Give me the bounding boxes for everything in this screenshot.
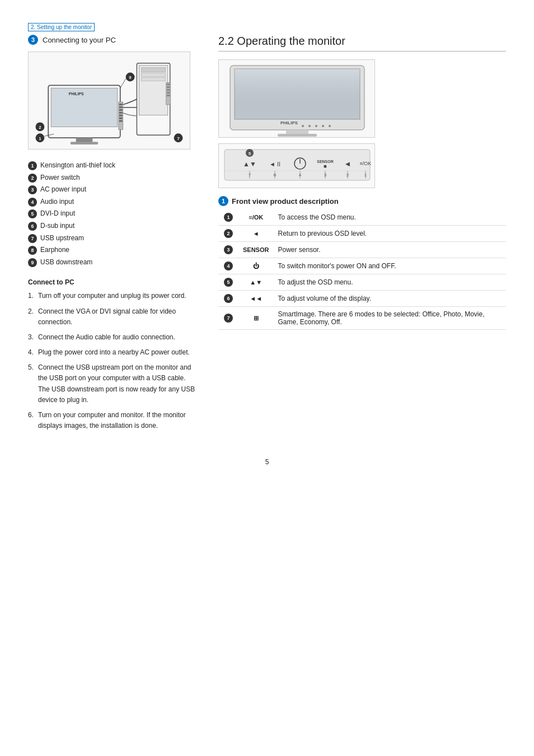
part-label: Kensington anti-thief lock: [40, 160, 115, 172]
svg-rect-17: [119, 104, 123, 105]
connect-steps: 1.Turn off your computer and unplug its …: [28, 291, 196, 431]
front-view-section-num: 1: [218, 196, 228, 206]
row-description: To access the OSD menu.: [273, 209, 506, 226]
svg-rect-8: [167, 89, 170, 91]
row-num-cell: 4: [218, 258, 238, 274]
part-num: 4: [28, 198, 37, 207]
svg-rect-7: [167, 86, 170, 88]
monitor-rear-diagram: PHILIPS: [28, 52, 190, 150]
part-num: 9: [28, 258, 37, 267]
section-header-connecting: 3 Connecting to your PC: [28, 35, 196, 45]
svg-rect-36: [235, 69, 360, 119]
row-description: To switch monitor's power ON and OFF.: [273, 258, 506, 274]
part-label: AC power input: [40, 184, 86, 196]
svg-text:2: 2: [39, 125, 41, 130]
step-text: Connect the Audio cable for audio connec…: [38, 332, 175, 343]
row-num-cell: 5: [218, 274, 238, 291]
page-wrapper: 2. Setting up the monitor 3 Connecting t…: [28, 22, 506, 466]
svg-rect-12: [51, 88, 118, 127]
svg-text:◼: ◼: [324, 164, 327, 168]
table-row: 4 ⏻ To switch monitor's power ON and OFF…: [218, 258, 506, 274]
right-column: 2.2 Operating the monitor: [218, 35, 506, 436]
svg-rect-19: [119, 109, 123, 111]
svg-text:≡/OK: ≡/OK: [360, 161, 372, 166]
svg-rect-14: [76, 138, 93, 142]
row-icon-cell: ≡/OK: [238, 209, 273, 226]
section-number-3: 3: [28, 35, 38, 45]
row-icon-cell: ▲▼: [238, 274, 273, 291]
step-number: 6.: [28, 410, 34, 431]
parts-list-item: 5DVI-D input: [28, 208, 196, 220]
table-row: 3 SENSOR Power sensor.: [218, 242, 506, 258]
svg-text:PHILIPS: PHILIPS: [69, 92, 84, 96]
part-num: 1: [28, 161, 37, 170]
row-icon-cell: ⊞: [238, 307, 273, 330]
svg-rect-9: [167, 92, 170, 94]
svg-line-26: [120, 78, 126, 88]
svg-text:7: 7: [177, 136, 180, 141]
svg-text:PHILIPS: PHILIPS: [280, 120, 298, 125]
svg-text:◄: ◄: [344, 160, 352, 168]
svg-point-38: [302, 125, 304, 127]
svg-text:9: 9: [129, 75, 132, 80]
part-label: Earphone: [40, 244, 69, 256]
svg-rect-18: [119, 106, 123, 108]
front-view-table: 1 ≡/OK To access the OSD menu. 2 ◄ Retur…: [218, 209, 506, 330]
top-label: 2. Setting up the monitor: [28, 23, 95, 31]
svg-text:1: 1: [39, 136, 41, 141]
page-number: 5: [28, 458, 506, 466]
row-description: To adjust the OSD menu.: [273, 274, 506, 291]
left-column: 3 Connecting to your PC: [28, 35, 196, 436]
row-num-cell: 3: [218, 242, 238, 258]
row-icon-cell: ◄◄: [238, 291, 273, 307]
row-circle-num: 1: [224, 213, 233, 222]
part-label: USB downstream: [40, 256, 92, 269]
front-buttons-image: 5 ▲▼ 7 ◄ II 6 4 SENSOR ◼ 3 ◄: [218, 143, 375, 188]
svg-rect-2: [141, 68, 165, 72]
row-circle-num: 5: [224, 278, 233, 287]
step-text: Plug the power cord into a nearby AC pow…: [38, 347, 190, 358]
step-number: 1.: [28, 291, 34, 301]
part-num: 5: [28, 209, 37, 218]
part-label: D-sub input: [40, 220, 74, 232]
svg-text:5: 5: [249, 151, 251, 156]
row-circle-num: 2: [224, 229, 233, 238]
connect-step: 6.Turn on your computer and monitor. If …: [28, 410, 196, 431]
parts-list-item: 9USB downstream: [28, 256, 196, 269]
part-label: DVI-D input: [40, 208, 75, 220]
svg-rect-44: [278, 134, 317, 137]
svg-point-42: [329, 125, 331, 127]
part-num: 8: [28, 246, 37, 255]
row-num-cell: 7: [218, 307, 238, 330]
part-label: Power switch: [40, 172, 80, 184]
part-num: 3: [28, 185, 37, 194]
table-row: 5 ▲▼ To adjust the OSD menu.: [218, 274, 506, 291]
svg-text:SENSOR: SENSOR: [317, 160, 334, 164]
svg-rect-23: [119, 120, 123, 122]
svg-point-39: [308, 125, 311, 127]
row-circle-num: 7: [224, 314, 233, 323]
row-description: SmartImage. There are 6 modes to be sele…: [273, 307, 506, 330]
row-icon-cell: SENSOR: [238, 242, 273, 258]
step-text: Connect the USB upstream port on the mon…: [38, 362, 196, 405]
row-description: To adjust volume of the display.: [273, 291, 506, 307]
svg-rect-43: [286, 130, 308, 134]
svg-rect-10: [167, 95, 170, 96]
step-text: Connect the VGA or DVI signal cable for …: [38, 306, 196, 328]
parts-list-item: 2Power switch: [28, 172, 196, 184]
table-row: 2 ◄ Return to previous OSD level.: [218, 226, 506, 242]
part-label: Audio input: [40, 196, 74, 208]
svg-line-29: [44, 134, 54, 136]
table-row: 1 ≡/OK To access the OSD menu.: [218, 209, 506, 226]
step-number: 3.: [28, 332, 34, 343]
row-num-cell: 2: [218, 226, 238, 242]
table-row: 6 ◄◄ To adjust volume of the display.: [218, 291, 506, 307]
svg-rect-21: [119, 115, 123, 116]
row-num-cell: 6: [218, 291, 238, 307]
svg-text:◄ II: ◄ II: [269, 161, 280, 167]
row-description: Return to previous OSD level.: [273, 226, 506, 242]
parts-list-item: 4Audio input: [28, 196, 196, 208]
row-description: Power sensor.: [273, 242, 506, 258]
step-number: 4.: [28, 347, 34, 358]
table-row: 7 ⊞ SmartImage. There are 6 modes to be …: [218, 307, 506, 330]
